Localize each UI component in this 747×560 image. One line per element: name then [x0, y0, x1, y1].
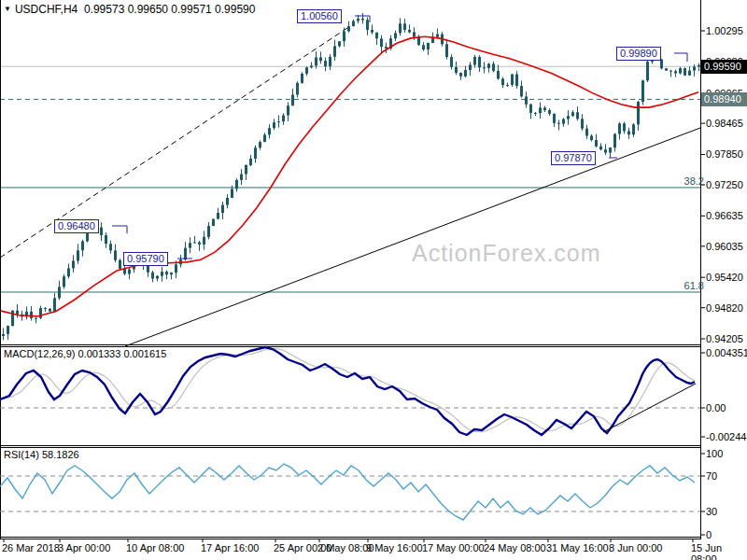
chart-canvas[interactable] [0, 0, 747, 560]
candle-body [366, 20, 369, 30]
candle-body [660, 60, 663, 69]
candle-body [403, 23, 406, 30]
axis-tick-label: 0.95420 [706, 272, 743, 283]
candle-body [543, 107, 546, 110]
candle-body [2, 334, 5, 336]
candle-body [217, 213, 219, 219]
moving-average-line [0, 36, 698, 316]
candle-body [221, 205, 224, 213]
candle-body [287, 105, 289, 115]
symbol-label: USDCHF,H4 [15, 3, 78, 16]
candle-body [226, 198, 229, 205]
candle-body [207, 226, 210, 237]
candle-body [450, 57, 453, 67]
candle-body [357, 19, 359, 21]
macd-signal-line [0, 349, 695, 432]
candle-body [254, 147, 257, 159]
candle-body [291, 94, 294, 105]
price-callout: 0.95790 [123, 252, 168, 266]
candle-body [427, 43, 430, 49]
candle-body [39, 308, 42, 318]
axis-tick-label: 0.004351 [706, 347, 747, 358]
candle-body [35, 318, 37, 319]
price-callout: 0.97870 [551, 151, 596, 165]
candle-body [413, 32, 416, 36]
macd-indicator-label: MACD(12,26,9) 0.001333 0.001615 [4, 348, 166, 359]
candle-body [189, 243, 191, 247]
candle-body [16, 311, 19, 315]
time-axis-label: 24 May 08:00 [484, 542, 546, 553]
candle-body [698, 65, 700, 67]
candle-body [58, 287, 61, 298]
time-axis-label: 3 Apr 00:00 [58, 542, 110, 553]
candle-body [198, 243, 201, 245]
price-callout: 1.00560 [297, 9, 342, 23]
collapse-arrow-icon[interactable]: ▼ [4, 5, 11, 13]
candle-body [534, 113, 537, 114]
candle-body [506, 85, 509, 86]
candle-body [576, 112, 579, 119]
candle-body [604, 149, 607, 152]
candle-body [497, 71, 500, 78]
current-price-badge: 0.99590 [701, 60, 747, 74]
axis-tick-label: 0.00 [706, 402, 726, 413]
candle-body [501, 78, 504, 85]
candle-body [385, 47, 388, 49]
candle-body [268, 128, 271, 134]
candle-body [193, 243, 196, 244]
candle-body [469, 64, 472, 70]
axis-tick-label: 0.94205 [706, 333, 743, 344]
candle-body [688, 71, 691, 76]
candle-body [273, 122, 275, 128]
candle-body [203, 237, 205, 245]
candle-body [259, 142, 261, 147]
candle-body [483, 67, 486, 68]
candle-body [333, 46, 336, 56]
candle-body [641, 80, 644, 102]
candle-body [310, 65, 313, 67]
rsi-indicator-label: RSI(14) 58.1826 [4, 449, 79, 460]
candle-body [436, 35, 439, 37]
candle-body [595, 140, 598, 147]
axis-tick-label: 0.96035 [706, 241, 743, 252]
price-callout: 0.99890 [616, 47, 661, 61]
candle-body [399, 23, 402, 33]
axis-tick-label: 0.96635 [706, 210, 743, 221]
candle-body [371, 30, 374, 33]
time-axis-label: 15 Jun 08:00 [691, 542, 747, 560]
candle-body [646, 62, 649, 80]
ohlc-values: 0.99573 0.99650 0.99571 0.99590 [84, 3, 256, 16]
candle-body [665, 68, 668, 70]
candle-body [282, 116, 285, 122]
axis-tick-label: 70 [706, 470, 717, 482]
time-axis-label: 26 Mar 2018 [2, 542, 60, 553]
candle-body [301, 74, 303, 83]
candle-body [30, 312, 33, 318]
candle-body [324, 61, 327, 66]
candle-body [184, 248, 187, 260]
candle-body [455, 67, 458, 73]
time-axis-label: 9 May 16:00 [366, 542, 423, 553]
axis-tick-label: 0 [706, 529, 712, 540]
candle-body [679, 68, 682, 73]
candle-body [618, 123, 621, 133]
support-trendline [125, 128, 700, 346]
candle-body [305, 67, 308, 74]
candle-body [394, 33, 397, 38]
candle-body [161, 272, 163, 276]
candle-body [613, 134, 616, 148]
candle-body [249, 159, 252, 165]
candle-body [599, 147, 602, 149]
candle-body [380, 38, 383, 47]
candle-body [693, 66, 696, 70]
candle-body [151, 273, 154, 279]
axis-tick-label: 0.94820 [706, 302, 743, 314]
axis-tick-label: 30 [706, 506, 717, 517]
candle-body [557, 123, 560, 124]
candle-body [7, 326, 9, 334]
candle-body [445, 44, 448, 57]
axis-tick-label: -0.002448 [706, 431, 747, 442]
candle-body [240, 175, 243, 180]
candle-body [53, 298, 56, 311]
candle-body [511, 74, 514, 84]
